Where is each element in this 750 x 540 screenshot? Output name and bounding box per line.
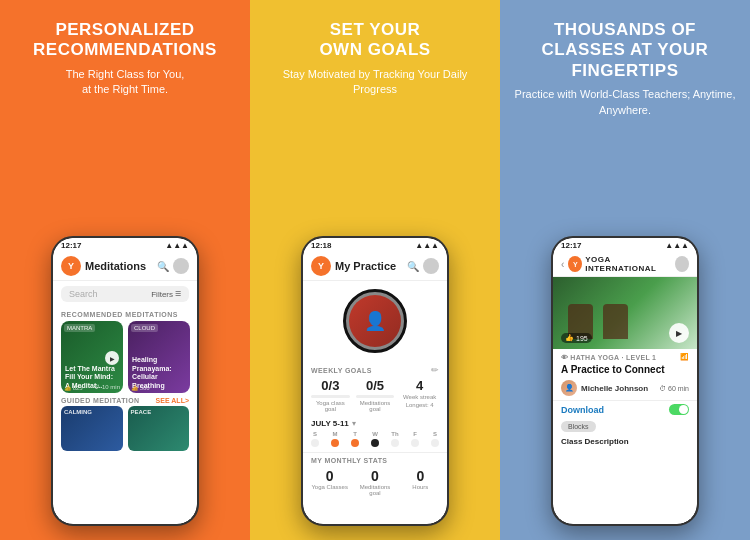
phone1-icons: ▲▲▲ [165,241,189,250]
weekly-goals: WEEKLY GOALS ✏ 0/3 Yoga class goal 0/5 M… [303,361,447,415]
date-label: JULY 5-11 [311,419,349,428]
edit-goals[interactable]: ✏ [431,365,439,375]
day-m: M [331,431,339,447]
card1-likes: 👍 825 [64,384,83,391]
guided-section-row: GUIDED MEDITATION SEE ALL> [53,393,197,406]
signal-icon: 📶 [680,353,689,361]
day-s2: S [431,431,439,447]
day-s1: S [311,431,319,447]
avatar-1[interactable] [173,258,189,274]
phone3-header: ‹ Y YOGA INTERNATIONAL [553,252,697,277]
class-tag: 👁 HATHA YOGA · LEVEL 1 📶 [561,353,689,361]
phone1-search[interactable]: Search Filters ☰ [61,286,189,302]
class-name: A Practice to Connect [561,364,689,376]
eye-icon: 👁 [561,354,568,361]
card1-duration: ⏱ 10 min [94,384,120,391]
play-button[interactable]: ▶ [669,323,689,343]
card1-play[interactable]: ▶ [105,351,119,365]
stat-meditations: 0 Meditations goal [356,468,393,496]
phone3-status-icons: ▲▲▲ [665,241,689,250]
panel-1-title: PERSONALIZED RECOMMENDATIONS [33,20,217,61]
phone2-time: 12:18 [311,241,331,250]
figure-2 [603,304,628,339]
download-label[interactable]: Download [561,405,604,415]
phone-3-wrapper: 12:17 ▲▲▲ ‹ Y YOGA INTERNATIONAL ▶ [512,132,738,526]
brand-name: YOGA INTERNATIONAL [585,255,671,273]
bottom-cards: CALMING PEACE [53,406,197,451]
bottom-card-1[interactable]: CALMING [61,406,123,451]
yoga-goal: 0/3 Yoga class goal [311,379,350,412]
yi-logo-2: Y [311,256,331,276]
yi-logo-3: Y [568,256,582,272]
likes-badge: 👍 195 [561,333,592,343]
phone1-title: Meditations [85,260,153,272]
phone3-time: 12:17 [561,241,581,250]
day-w: W [371,431,379,447]
phone-2: 12:18 ▲▲▲ Y My Practice 🔍 👤 WEEKLY GOALS [301,236,449,526]
likes-count: 195 [576,335,588,342]
class-info: 👁 HATHA YOGA · LEVEL 1 📶 A Practice to C… [553,349,697,400]
search-icon-1[interactable]: 🔍 [157,261,169,272]
download-row: Download [553,400,697,418]
class-video-thumb[interactable]: ▶ 👍 195 [553,277,697,349]
prop-blocks[interactable]: Blocks [561,421,596,432]
panel-3-subtitle: Practice with World-Class Teachers; Anyt… [512,87,738,118]
phone1-header: Y Meditations 🔍 [53,252,197,281]
bc2-tag: PEACE [131,409,152,415]
guided-label: GUIDED MEDITATION [61,397,139,404]
panel-3-title: THOUSANDS OF CLASSES AT YOUR FINGERTIPS [542,20,709,81]
phone-3: 12:17 ▲▲▲ ‹ Y YOGA INTERNATIONAL ▶ [551,236,699,526]
phone3-statusbar: 12:17 ▲▲▲ [553,238,697,252]
day-t1: T [351,431,359,447]
monthly-stats-label: MY MONTHLY STATS [311,457,439,464]
card2-tag: CLOUD [131,324,158,332]
phone2-statusbar: 12:18 ▲▲▲ [303,238,447,252]
med-goal: 0/5 Meditations goal [356,379,395,412]
search-placeholder: Search [69,289,98,299]
teacher-row: 👤 Michelle Johnson ⏱ 60 min [561,380,689,396]
phone-1-wrapper: 12:17 ▲▲▲ Y Meditations 🔍 Search Fi [12,112,238,526]
card2-likes: 👍 566 [131,384,150,391]
download-toggle[interactable] [669,404,689,415]
search-icon-2[interactable]: 🔍 [407,261,419,272]
teacher-avatar: 👤 [561,380,577,396]
phone1-time: 12:17 [61,241,81,250]
panel-2-title: SET YOUR OWN GOALS [319,20,430,61]
phone1-statusbar: 12:17 ▲▲▲ [53,238,197,252]
yi-logo-1: Y [61,256,81,276]
phone2-status-icons: ▲▲▲ [415,241,439,250]
monthly-stats: MY MONTHLY STATS 0 Yoga Classes 0 Medita… [303,452,447,500]
phone2-header: Y My Practice 🔍 [303,252,447,281]
duration-badge: ⏱ 60 min [659,385,689,392]
phone-2-wrapper: 12:18 ▲▲▲ Y My Practice 🔍 👤 WEEKLY GOALS [262,112,488,526]
phone2-title: My Practice [335,260,403,272]
date-row: JULY 5-11 ▾ [303,415,447,431]
props-row: Blocks [553,418,697,435]
bottom-card-2[interactable]: PEACE [128,406,190,451]
class-desc-label: Class Description [553,435,697,448]
med-card-1[interactable]: MANTRA Let The Mantra Fill Your Mind: A … [61,321,123,393]
panel-1-subtitle: The Right Class for You, at the Right Ti… [66,67,185,98]
thumbup-icon: 👍 [565,334,574,342]
filters-button[interactable]: Filters ☰ [151,290,181,299]
teacher-name: Michelle Johnson [581,384,648,393]
bc1-tag: CALMING [64,409,92,415]
avatar-2[interactable] [423,258,439,274]
streak-goal: 4 Week streak Longest: 4 [400,379,439,408]
date-chevron[interactable]: ▾ [352,419,356,428]
back-arrow[interactable]: ‹ [561,259,564,270]
meditation-cards: MANTRA Let The Mantra Fill Your Mind: A … [53,321,197,393]
avatar-3[interactable] [675,256,689,272]
panel-classes: THOUSANDS OF CLASSES AT YOUR FINGERTIPS … [500,0,750,540]
day-f: F [411,431,419,447]
med-card-2[interactable]: CLOUD Healing Pranayama: Cellular Breath… [128,321,190,393]
clock-icon: ⏱ [659,385,666,392]
see-all-button[interactable]: SEE ALL> [156,397,189,404]
panel-personalized: PERSONALIZED RECOMMENDATIONS The Right C… [0,0,250,540]
phone-1: 12:17 ▲▲▲ Y Meditations 🔍 Search Fi [51,236,199,526]
section-recommended: RECOMMENDED MEDITATIONS [53,307,197,321]
panel-2-subtitle: Stay Motivated by Tracking Your Daily Pr… [262,67,488,98]
panel-goals: SET YOUR OWN GOALS Stay Motivated by Tra… [250,0,500,540]
stat-hours: 0 Hours [402,468,439,496]
card1-tag: MANTRA [64,324,95,332]
